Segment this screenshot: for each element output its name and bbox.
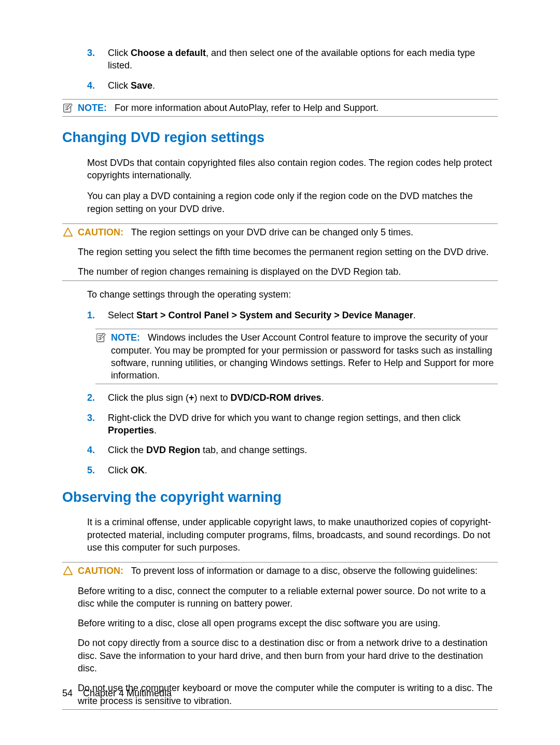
note-label: NOTE: — [78, 103, 107, 113]
section-body: It is a criminal offense, under applicab… — [87, 516, 498, 554]
section-heading-copyright: Observing the copyright warning — [62, 488, 498, 507]
list-number: 1. — [87, 309, 108, 321]
caution-text: To prevent loss of information or damage… — [131, 566, 478, 576]
text-run: Right-click the DVD drive for which you … — [108, 413, 460, 423]
paragraph: To change settings through the operating… — [87, 288, 498, 301]
paragraph: It is a criminal offense, under applicab… — [87, 516, 498, 554]
dvd-steps-list: 1. Select Start > Control Panel > System… — [87, 309, 498, 476]
section-heading-dvd-region: Changing DVD region settings — [62, 128, 498, 147]
section-body: Most DVDs that contain copyrighted files… — [87, 157, 498, 215]
text-bold: Properties — [108, 425, 154, 435]
caution-text: Before writing to a disc, close all open… — [78, 617, 498, 629]
list-item: 2. Click the plus sign (+) next to DVD/C… — [87, 391, 498, 404]
paragraph: Most DVDs that contain copyrighted files… — [87, 157, 498, 182]
list-text: Click the plus sign (+) next to DVD/CD-R… — [108, 391, 498, 404]
chapter-title: Chapter 4 Multimedia — [83, 688, 172, 698]
text-run: . — [413, 310, 416, 320]
text-bold: Choose a default — [131, 48, 206, 58]
list-number: 2. — [87, 391, 108, 404]
list-item: 1. Select Start > Control Panel > System… — [87, 309, 498, 321]
page-content: 3. Click Choose a default, and then sele… — [62, 47, 498, 710]
caution-text: Before writing to a disc, connect the co… — [78, 585, 498, 610]
text-bold: DVD Region — [146, 445, 200, 455]
list-text: Select Start > Control Panel > System an… — [108, 309, 498, 321]
text-run: Click — [108, 48, 131, 58]
text-bold: DVD/CD-ROM drives — [231, 392, 321, 403]
list-text: Click Save. — [108, 79, 498, 92]
list-item: 3. Right-click the DVD drive for which y… — [87, 412, 498, 437]
text-run: . — [321, 392, 324, 403]
text-run: Select — [108, 310, 136, 320]
text-run: ) next to — [194, 392, 231, 403]
note-text: For more information about AutoPlay, ref… — [115, 103, 379, 113]
note-body: NOTE: For more information about AutoPla… — [78, 102, 498, 114]
text-bold: OK — [131, 465, 145, 475]
caution-text: The region settings on your DVD drive ca… — [131, 227, 413, 237]
list-item: 5. Click OK. — [87, 464, 498, 476]
page-footer: 54 Chapter 4 Multimedia — [62, 687, 172, 699]
caution-text: Do not copy directly from a source disc … — [78, 637, 498, 674]
list-text: Click the DVD Region tab, and change set… — [108, 444, 498, 456]
list-text: Click Choose a default, and then select … — [108, 47, 498, 72]
note-text: Windows includes the User Account Contro… — [111, 332, 494, 381]
note-callout: NOTE: For more information about AutoPla… — [62, 99, 498, 117]
text-bold: Save — [131, 80, 152, 91]
list-item: 4. Click Save. — [87, 79, 498, 92]
note-body: NOTE: Windows includes the User Account … — [111, 331, 498, 382]
note-callout: NOTE: Windows includes the User Account … — [95, 329, 498, 384]
list-number: 4. — [87, 79, 108, 92]
text-run: . — [145, 465, 147, 475]
caution-body: CAUTION: To prevent loss of information … — [78, 565, 498, 707]
text-bold: Start > Control Panel > System and Secur… — [136, 310, 413, 320]
page-number: 54 — [62, 688, 73, 698]
list-number: 5. — [87, 464, 108, 476]
text-bold: + — [189, 392, 194, 403]
list-number: 3. — [87, 47, 108, 72]
text-run: . — [154, 425, 157, 435]
list-item: 4. Click the DVD Region tab, and change … — [87, 444, 498, 456]
caution-text: The number of region changes remaining i… — [78, 265, 498, 278]
list-item: 3. Click Choose a default, and then sele… — [87, 47, 498, 72]
caution-callout: CAUTION: The region settings on your DVD… — [62, 223, 498, 281]
list-text: Right-click the DVD drive for which you … — [108, 412, 498, 437]
caution-icon — [62, 227, 74, 238]
caution-label: CAUTION: — [78, 227, 123, 237]
note-icon — [62, 102, 74, 114]
note-label: NOTE: — [111, 332, 140, 343]
caution-label: CAUTION: — [78, 566, 123, 576]
list-number: 3. — [87, 412, 108, 437]
text-run: tab, and change settings. — [200, 445, 307, 455]
top-ordered-list: 3. Click Choose a default, and then sele… — [87, 47, 498, 92]
caution-text: The region setting you select the fifth … — [78, 246, 498, 258]
text-run: Click the — [108, 445, 146, 455]
list-text: Click OK. — [108, 464, 498, 476]
text-run: . — [152, 80, 155, 91]
note-icon — [95, 332, 107, 343]
paragraph: You can play a DVD containing a region c… — [87, 190, 498, 215]
text-run: Click the plus sign ( — [108, 392, 189, 403]
caution-icon — [62, 565, 74, 577]
text-run: Click — [108, 80, 131, 91]
caution-body: CAUTION: The region settings on your DVD… — [78, 226, 498, 278]
section-body: To change settings through the operating… — [87, 288, 498, 301]
list-number: 4. — [87, 444, 108, 456]
text-run: Click — [108, 465, 131, 475]
